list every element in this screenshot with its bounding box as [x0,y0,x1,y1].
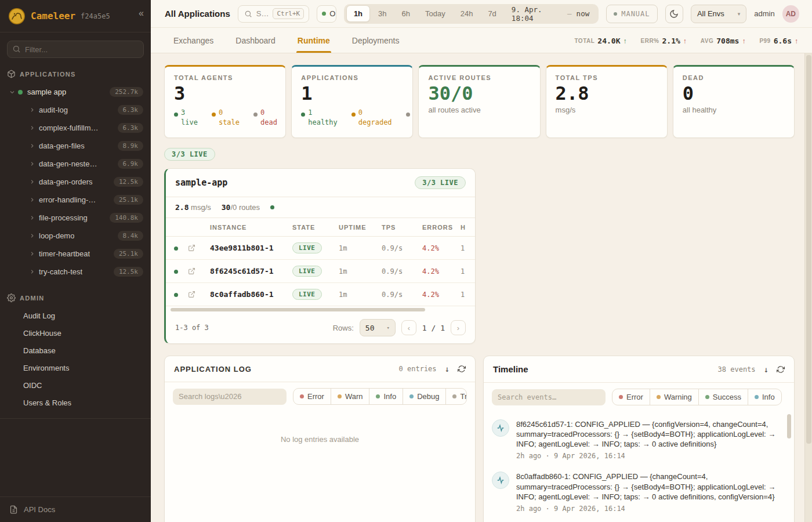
filter-success[interactable]: Success [698,389,748,405]
list-item[interactable]: 8f6245c61d57-1: CONFIG_APPLIED — {config… [492,414,784,466]
stat-card-dead: DEAD 0 all healthy [673,65,795,138]
stat-card-active-routes: ACTIVE ROUTES 30/0 all routes active [418,65,540,138]
global-search-button[interactable]: S… Ctrl+K [238,5,309,23]
timeline-event-list: 8f6245c61d57-1: CONFIG_APPLIED — {config… [484,411,794,522]
environment-select[interactable]: All Envs ▾ [691,5,746,23]
sidebar-item-audit-log-admin[interactable]: Audit Log [0,307,151,324]
sidebar-item-sample-app[interactable]: sample app 252.7k [0,83,151,101]
topbar: All Applications S… Ctrl+K O 1h 3h 6h To… [151,0,812,28]
avatar[interactable]: AD [782,5,799,23]
next-page-button[interactable]: › [451,320,466,335]
sidebar-item-oidc[interactable]: OIDC [0,376,151,394]
list-item[interactable]: 8c0affadb860-1: CONFIG_APPLIED — {change… [492,466,784,518]
table-row[interactable]: 8f6245c61d57-1 LIVE 1m 0.9/s 4.2% 1 [166,260,475,283]
filter-error[interactable]: Error [612,389,650,405]
sidebar-collapse-button[interactable]: « [139,8,144,19]
time-range-7d[interactable]: 7d [481,6,503,21]
sidebar-item-data-gen-orders[interactable]: data-gen-orders12.5k [0,173,151,191]
timeline-events-count: 38 events [718,365,756,374]
count-badge: 6.3k [118,123,144,133]
scrollbar-thumb[interactable] [171,308,425,311]
sidebar-item-database[interactable]: Database [0,342,151,359]
sidebar-item-error-handling[interactable]: error-handling-…25.1k [0,191,151,209]
breakdown-stale: 0stale [212,108,240,128]
chevron-right-icon [27,143,37,149]
scroll-down-icon[interactable]: ↓ [445,364,449,374]
chevron-right-icon [27,179,37,185]
status-dot [174,293,178,297]
time-range-3h[interactable]: 3h [371,6,393,21]
external-link-icon[interactable] [188,291,205,298]
chevron-right-icon [27,197,37,203]
scrollbar-thumb[interactable] [806,55,811,444]
sidebar-item-users-roles[interactable]: Users & Roles [0,394,151,411]
manual-mode-button[interactable]: MANUAL [606,5,657,23]
tab-deployments[interactable]: Deployments [351,30,401,53]
sidebar-item-complex-fulfillm[interactable]: complex-fulfillm…6.3k [0,119,151,137]
timeline-search-input[interactable] [492,389,606,405]
status-dot [174,246,178,251]
log-empty-message: No log entries available [165,411,475,444]
theme-toggle-button[interactable] [665,5,683,23]
filter-info[interactable]: Info [369,389,403,404]
time-range-today[interactable]: Today [418,6,452,21]
sidebar-item-loop-demo[interactable]: loop-demo8.4k [0,227,151,245]
stat-cards-row: TOTAL AGENTS 3 3live 0stale 0dead APPLIC… [164,65,795,138]
refresh-icon[interactable] [777,365,785,374]
date-range-display[interactable]: 9. Apr. 18:04 — now [505,5,596,23]
keyboard-shortcut: Ctrl+K [273,8,304,19]
manual-dot [614,12,617,16]
brand-name: Cameleer [31,10,75,21]
tab-dashboard[interactable]: Dashboard [234,30,277,53]
sidebar-item-audit-log[interactable]: audit-log6.3k [0,101,151,119]
prev-page-button[interactable]: ‹ [401,320,416,335]
online-status-chip[interactable]: O [317,5,336,23]
filter-trace[interactable]: Trace [445,389,467,404]
sidebar-item-clickhouse[interactable]: ClickHouse [0,324,151,342]
table-row[interactable]: 8c0affadb860-1 LIVE 1m 0.9/s 4.2% 1 [166,283,475,306]
state-badge: LIVE [292,242,322,253]
timeline-filters: Error Warning Success Info [484,383,794,411]
count-badge: 6.3k [118,105,144,115]
page-scrollbar[interactable] [804,53,812,522]
level-dot [452,394,456,398]
list-item[interactable]: 43ee9811b801-1: CONFIG_APPLIED — {change… [492,519,784,522]
filter-warn[interactable]: Warn [331,389,369,404]
sidebar-item-timer-heartbeat[interactable]: timer-heartbeat25.1k [0,245,151,263]
rows-per-page-select[interactable]: 50 ▾ [360,319,396,336]
table-row[interactable]: 43ee9811b801-1 LIVE 1m 0.9/s 4.2% 1 [166,237,475,260]
filter-error[interactable]: Error [293,389,331,404]
external-link-icon[interactable] [188,244,205,252]
scroll-down-icon[interactable]: ↓ [764,365,768,374]
status-dot [270,205,274,209]
sidebar-filter-input[interactable] [7,41,144,58]
sidebar-item-data-gen-neste[interactable]: data-gen-neste…6.9k [0,155,151,173]
scrollbar-thumb[interactable] [787,414,791,438]
status-dot [174,113,178,117]
sidebar-item-data-gen-files[interactable]: data-gen-files8.9k [0,137,151,155]
filter-debug[interactable]: Debug [403,389,445,404]
api-docs-label: API Docs [24,505,55,514]
log-search-input[interactable] [173,389,287,405]
tab-exchanges[interactable]: Exchanges [172,30,215,53]
api-docs-link[interactable]: API Docs [0,496,151,522]
time-range-1h[interactable]: 1h [346,5,370,22]
sidebar-item-environments[interactable]: Environments [0,359,151,376]
stat-card-applications: APPLICATIONS 1 1healthy 0degraded 0criti [291,65,413,138]
horizontal-scrollbar[interactable] [171,308,470,313]
sidebar-item-try-catch-test[interactable]: try-catch-test12.5k [0,263,151,281]
trend-up-icon: ↑ [742,37,745,45]
tab-runtime[interactable]: Runtime [296,30,331,53]
sidebar-item-file-processing[interactable]: file-processing140.8k [0,209,151,227]
col-instance: INSTANCE [208,218,290,237]
timeline-level-filter: Error Warning Success Info [612,389,782,405]
external-link-icon[interactable] [188,267,205,275]
time-range-24h[interactable]: 24h [454,6,480,21]
time-range-6h[interactable]: 6h [395,6,417,21]
filter-info[interactable]: Info [748,389,781,405]
search-text: S… [256,9,269,18]
refresh-icon[interactable] [458,365,466,373]
sidebar: Cameleer f24a5e5 « APPLICATIONS sample a… [0,0,151,522]
live-summary-chip: 3/3 LIVE [164,148,215,161]
filter-warning[interactable]: Warning [650,389,698,405]
